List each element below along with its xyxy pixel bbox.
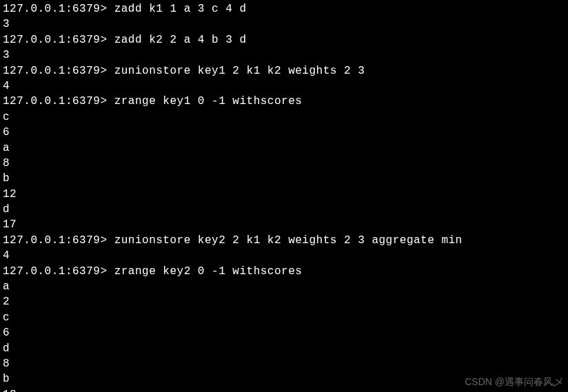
terminal-output-line: c — [3, 110, 565, 125]
terminal-prompt: 127.0.0.1:6379> — [3, 34, 114, 46]
terminal-command-line: 127.0.0.1:6379> zunionstore key2 2 k1 k2… — [3, 233, 565, 248]
watermark-text: CSDN @遇事问春风乄 — [465, 375, 562, 389]
terminal-output-line: 4 — [3, 248, 565, 263]
terminal-prompt: 127.0.0.1:6379> — [3, 65, 114, 77]
terminal-output-line: d — [3, 202, 565, 217]
terminal-output-line: a — [3, 141, 565, 156]
terminal-command-line: 127.0.0.1:6379> zadd k2 2 a 4 b 3 d — [3, 32, 565, 48]
terminal-output-line: d — [3, 341, 565, 356]
terminal-output-line: 3 — [3, 17, 565, 32]
terminal-output[interactable]: 127.0.0.1:6379> zadd k1 1 a 3 c 4 d3127.… — [3, 1, 565, 392]
terminal-output-line: 8 — [3, 356, 565, 371]
terminal-command: zunionstore key2 2 k1 k2 weights 2 3 agg… — [114, 234, 463, 247]
terminal-output-line: 17 — [3, 217, 565, 232]
terminal-command-line: 127.0.0.1:6379> zrange key1 0 -1 withsco… — [3, 94, 565, 109]
terminal-command-line: 127.0.0.1:6379> zrange key2 0 -1 withsco… — [3, 264, 565, 279]
terminal-prompt: 127.0.0.1:6379> — [3, 95, 114, 107]
terminal-output-line: 8 — [3, 156, 565, 171]
terminal-command: zunionstore key1 2 k1 k2 weights 2 3 — [114, 65, 365, 77]
terminal-output-line: 6 — [3, 125, 565, 140]
terminal-command: zrange key1 0 -1 withscores — [114, 95, 303, 107]
terminal-prompt: 127.0.0.1:6379> — [3, 3, 114, 15]
terminal-command: zadd k2 2 a 4 b 3 d — [114, 34, 247, 46]
terminal-output-line: b — [3, 171, 565, 186]
terminal-output-line: 4 — [3, 79, 565, 94]
terminal-output-line: 2 — [3, 294, 565, 309]
terminal-output-line: a — [3, 279, 565, 294]
terminal-command-line: 127.0.0.1:6379> zadd k1 1 a 3 c 4 d — [3, 1, 565, 17]
terminal-command: zrange key2 0 -1 withscores — [114, 265, 303, 278]
terminal-output-line: 12 — [3, 187, 565, 202]
terminal-prompt: 127.0.0.1:6379> — [3, 265, 114, 278]
terminal-output-line: 3 — [3, 48, 565, 63]
terminal-command-line: 127.0.0.1:6379> zunionstore key1 2 k1 k2… — [3, 63, 565, 79]
terminal-command: zadd k1 1 a 3 c 4 d — [114, 3, 247, 15]
terminal-output-line: c — [3, 310, 565, 325]
terminal-prompt: 127.0.0.1:6379> — [3, 234, 114, 247]
terminal-output-line: 6 — [3, 325, 565, 340]
